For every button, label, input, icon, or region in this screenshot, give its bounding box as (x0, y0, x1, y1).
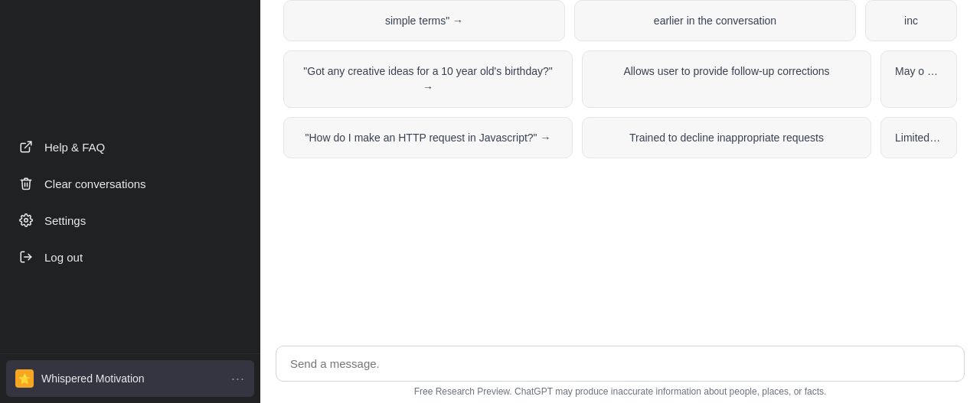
active-conversation[interactable]: ⭐ Whispered Motivation ··· (6, 360, 254, 397)
conversation-options-button[interactable]: ··· (231, 371, 245, 387)
logout-icon (18, 249, 34, 265)
card-earlier-conversation[interactable]: earlier in the conversation (574, 0, 856, 41)
card-birthday-ideas[interactable]: "Got any creative ideas for a 10 year ol… (283, 50, 573, 108)
cards-row-2: "Got any creative ideas for a 10 year ol… (283, 50, 957, 108)
card-partial-1[interactable]: inc (865, 0, 957, 41)
sidebar-item-settings[interactable]: Settings (5, 202, 256, 239)
sidebar-menu: Help & FAQ Clear conversations (0, 122, 260, 281)
svg-point-1 (24, 219, 28, 223)
sidebar-item-label-logout: Log out (44, 251, 83, 264)
sidebar-top: Help & FAQ Clear conversations (0, 0, 260, 353)
svg-line-0 (25, 141, 31, 148)
sidebar-item-label-settings: Settings (44, 214, 86, 227)
sidebar: Help & FAQ Clear conversations (0, 0, 260, 403)
main-bottom: Free Research Preview. ChatGPT may produ… (260, 338, 980, 403)
sidebar-item-help-faq[interactable]: Help & FAQ (5, 128, 256, 165)
conversation-icon: ⭐ (15, 369, 34, 388)
footer-disclaimer: Free Research Preview. ChatGPT may produ… (276, 386, 965, 397)
card-follow-up-corrections[interactable]: Allows user to provide follow-up correct… (582, 50, 871, 108)
sidebar-item-label-clear-conversations: Clear conversations (44, 177, 146, 190)
main-content: simple terms" → earlier in the conversat… (260, 0, 980, 338)
main-panel: simple terms" → earlier in the conversat… (260, 0, 980, 403)
card-simple-terms[interactable]: simple terms" → (283, 0, 565, 41)
card-http-request[interactable]: "How do I make an HTTP request in Javasc… (283, 117, 573, 158)
card-partial-3[interactable]: Limited k e (880, 117, 957, 158)
sidebar-bottom: ⭐ Whispered Motivation ··· (0, 353, 260, 403)
card-partial-2[interactable]: May o harmful (880, 50, 957, 108)
card-decline-inappropriate[interactable]: Trained to decline inappropriate request… (582, 117, 871, 158)
message-input[interactable] (276, 346, 965, 382)
trash-icon (18, 176, 34, 191)
sidebar-item-logout[interactable]: Log out (5, 239, 256, 275)
cards-row-1: simple terms" → earlier in the conversat… (283, 0, 957, 41)
cards-section: simple terms" → earlier in the conversat… (276, 0, 965, 167)
cards-row-3: "How do I make an HTTP request in Javasc… (283, 117, 957, 158)
conversation-title: Whispered Motivation (41, 372, 224, 385)
gear-icon (18, 213, 34, 228)
sidebar-item-label-help-faq: Help & FAQ (44, 141, 105, 154)
sidebar-item-clear-conversations[interactable]: Clear conversations (5, 165, 256, 202)
external-link-icon (18, 139, 34, 154)
